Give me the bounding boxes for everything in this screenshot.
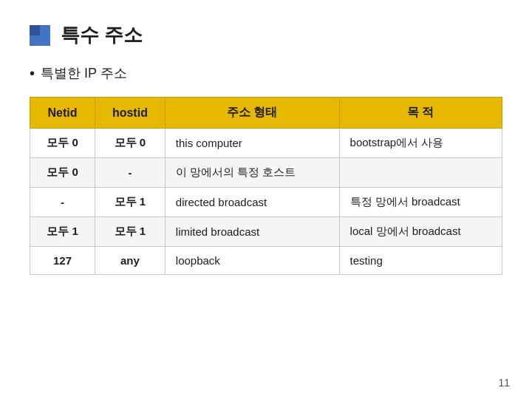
cell-r0-c3: bootstrap에서 사용 bbox=[339, 129, 502, 158]
cell-r4-c2: loopback bbox=[165, 247, 339, 275]
col-header-hostid: hostid bbox=[95, 98, 166, 129]
cell-r4-c3: testing bbox=[339, 247, 502, 275]
title-icon bbox=[30, 25, 50, 46]
table-row: 모두 1모두 1limited broadcastlocal 망에서 broad… bbox=[30, 217, 502, 247]
cell-r2-c2: directed broadcast bbox=[165, 188, 339, 217]
col-header-purpose: 목 적 bbox=[339, 98, 502, 129]
cell-r1-c3 bbox=[339, 158, 502, 188]
ip-address-table: Netid hostid 주소 형태 목 적 모두 0모두 0this comp… bbox=[30, 97, 502, 275]
table-row: 127anyloopbacktesting bbox=[30, 247, 502, 275]
cell-r3-c3: local 망에서 broadcast bbox=[339, 217, 502, 247]
cell-r2-c0: - bbox=[30, 188, 95, 217]
cell-r4-c1: any bbox=[95, 247, 166, 275]
cell-r0-c1: 모두 0 bbox=[95, 129, 166, 158]
cell-r2-c1: 모두 1 bbox=[95, 188, 166, 217]
subtitle-text: 특별한 IP 주소 bbox=[41, 64, 127, 82]
cell-r0-c2: this computer bbox=[165, 129, 339, 158]
table-row: 모두 0모두 0this computerbootstrap에서 사용 bbox=[30, 129, 502, 158]
cell-r4-c0: 127 bbox=[30, 247, 95, 275]
title-bar: 특수 주소 bbox=[30, 22, 502, 48]
cell-r1-c0: 모두 0 bbox=[30, 158, 95, 188]
table-row: 모두 0-이 망에서의 특정 호스트 bbox=[30, 158, 502, 188]
cell-r3-c1: 모두 1 bbox=[95, 217, 166, 247]
table-row: -모두 1directed broadcast특정 망에서 broadcast bbox=[30, 188, 502, 217]
cell-r1-c1: - bbox=[95, 158, 166, 188]
cell-r3-c0: 모두 1 bbox=[30, 217, 95, 247]
cell-r0-c0: 모두 0 bbox=[30, 129, 95, 158]
bullet-icon: • bbox=[30, 65, 35, 82]
cell-r1-c2: 이 망에서의 특정 호스트 bbox=[165, 158, 339, 188]
col-header-netid: Netid bbox=[30, 98, 95, 129]
cell-r3-c2: limited broadcast bbox=[165, 217, 339, 247]
page-title: 특수 주소 bbox=[61, 22, 143, 48]
cell-r2-c3: 특정 망에서 broadcast bbox=[339, 188, 502, 217]
table-header-row: Netid hostid 주소 형태 목 적 bbox=[30, 98, 502, 129]
page-number: 11 bbox=[498, 377, 510, 389]
col-header-address-type: 주소 형태 bbox=[165, 98, 339, 129]
slide: 특수 주소 • 특별한 IP 주소 Netid hostid 주소 형태 목 적… bbox=[0, 0, 532, 399]
subtitle: • 특별한 IP 주소 bbox=[30, 64, 502, 82]
